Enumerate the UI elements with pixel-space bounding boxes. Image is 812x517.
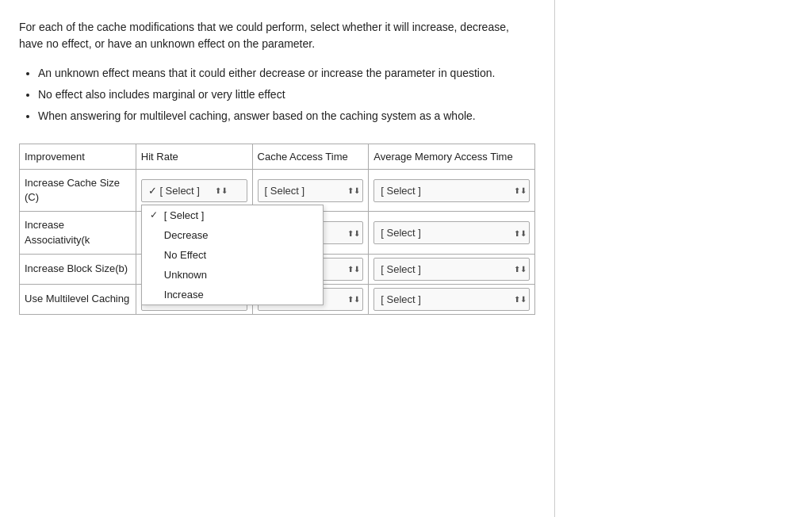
row-1-avg-mem-select[interactable]: [ Select ] Decrease No Effect Unknown In…	[373, 179, 530, 202]
left-panel: For each of the cache modifications that…	[0, 0, 555, 517]
row-1-cache-access-select-wrapper: [ Select ] Decrease No Effect Unknown In…	[258, 179, 364, 202]
hit-rate-dropdown-container: ✓ [ Select ] ⬆⬇ ✓ [ Select ]	[141, 179, 247, 202]
col-header-cache-access: Cache Access Time	[252, 144, 369, 170]
row-3-avg-mem-cell: [ Select ] Decrease No Effect Unknown In…	[369, 254, 535, 284]
row-2-avg-mem-cell: [ Select ] Decrease No Effect Unknown In…	[369, 212, 535, 254]
intro-paragraph: For each of the cache modifications that…	[19, 19, 535, 52]
hit-rate-dropdown-menu: ✓ [ Select ] Decrease No Effect	[141, 205, 324, 305]
row-4-avg-mem-cell: [ Select ] Decrease No Effect Unknown In…	[369, 284, 535, 314]
right-panel	[555, 0, 812, 517]
row-2-avg-mem-select-wrapper: [ Select ] Decrease No Effect Unknown In…	[373, 221, 530, 244]
row-1-avg-mem-cell: [ Select ] Decrease No Effect Unknown In…	[369, 170, 535, 212]
row-1-cache-access-select[interactable]: [ Select ] Decrease No Effect Unknown In…	[258, 179, 364, 202]
row-3-avg-mem-select-wrapper: [ Select ] Decrease No Effect Unknown In…	[373, 258, 530, 281]
dropdown-option-decrease[interactable]: Decrease	[142, 225, 323, 245]
row-2-improvement: Increase Associativity(k	[20, 212, 136, 254]
row-3-avg-mem-select[interactable]: [ Select ] Decrease No Effect Unknown In…	[373, 258, 530, 281]
bullet-item-2: No effect also includes marginal or very…	[38, 86, 535, 103]
dropdown-option-unknown[interactable]: Unknown	[142, 265, 323, 285]
row-3-improvement: Increase Block Size(b)	[20, 254, 136, 284]
row-2-avg-mem-select[interactable]: [ Select ] Decrease No Effect Unknown In…	[373, 221, 530, 244]
row-4-avg-mem-select-wrapper: [ Select ] Decrease No Effect Unknown In…	[373, 288, 530, 311]
select-arrows-icon: ⬆⬇	[215, 186, 228, 195]
dropdown-option-increase[interactable]: Increase	[142, 285, 323, 304]
col-header-hit-rate: Hit Rate	[136, 144, 252, 170]
hit-rate-select-display[interactable]: ✓ [ Select ] ⬆⬇	[141, 179, 247, 202]
dropdown-option-select[interactable]: ✓ [ Select ]	[142, 205, 323, 225]
bullet-item-1: An unknown effect means that it could ei…	[38, 65, 535, 82]
row-1-avg-mem-select-wrapper: [ Select ] Decrease No Effect Unknown In…	[373, 179, 530, 202]
table-row: Increase Cache Size (C) ✓ [ Select ] ⬆⬇	[20, 170, 535, 212]
page-container: For each of the cache modifications that…	[0, 0, 812, 517]
col-header-improvement: Improvement	[20, 144, 136, 170]
col-header-avg-memory: Average Memory Access Time	[369, 144, 535, 170]
row-4-improvement: Use Multilevel Caching	[20, 284, 136, 314]
dropdown-option-no-effect[interactable]: No Effect	[142, 245, 323, 265]
bullet-item-3: When answering for multilevel caching, a…	[38, 108, 535, 124]
row-1-hit-rate-cell: ✓ [ Select ] ⬆⬇ ✓ [ Select ]	[136, 170, 252, 212]
row-1-improvement: Increase Cache Size (C)	[20, 170, 136, 212]
table-header-row: Improvement Hit Rate Cache Access Time A…	[20, 144, 535, 170]
bullet-list: An unknown effect means that it could ei…	[38, 65, 535, 124]
cache-table: Improvement Hit Rate Cache Access Time A…	[19, 144, 535, 315]
row-4-avg-mem-select[interactable]: [ Select ] Decrease No Effect Unknown In…	[373, 288, 530, 311]
